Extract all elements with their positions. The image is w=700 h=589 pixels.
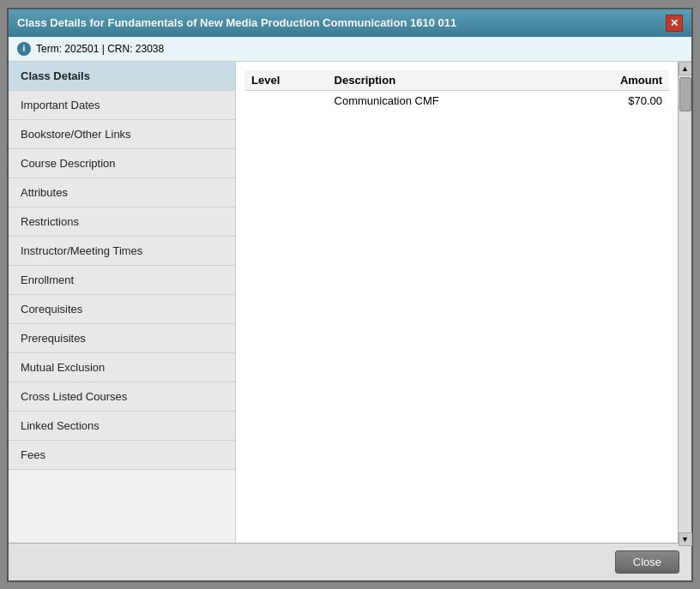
sidebar-item-course-description[interactable]: Course Description	[9, 149, 235, 178]
sidebar-item-linked-sections[interactable]: Linked Sections	[9, 412, 235, 441]
sidebar-item-important-dates[interactable]: Important Dates	[9, 91, 235, 120]
scroll-thumb[interactable]	[679, 77, 691, 111]
scrollbar[interactable]: ▲ ▼	[678, 62, 691, 543]
sidebar-item-bookstore-other-links[interactable]: Bookstore/Other Links	[9, 120, 235, 149]
footer-bar: Close	[9, 543, 691, 580]
sidebar-item-prerequisites[interactable]: Prerequisites	[9, 324, 235, 353]
modal-window: Class Details for Fundamentals of New Me…	[7, 8, 693, 582]
modal-title: Class Details for Fundamentals of New Me…	[17, 16, 666, 29]
sidebar-item-fees[interactable]: Fees	[9, 441, 235, 470]
info-text: Term: 202501 | CRN: 23038	[36, 43, 164, 55]
sidebar-item-cross-listed-courses[interactable]: Cross Listed Courses	[9, 382, 235, 412]
description-cell: Communication CMF	[328, 90, 560, 111]
close-button[interactable]: Close	[615, 550, 679, 574]
sidebar: Class DetailsImportant DatesBookstore/Ot…	[9, 62, 236, 543]
sidebar-item-attributes[interactable]: Attributes	[9, 178, 235, 207]
description-header: Description	[328, 70, 560, 91]
level-header: Level	[244, 70, 328, 91]
sidebar-item-enrollment[interactable]: Enrollment	[9, 266, 235, 295]
title-bar: Class Details for Fundamentals of New Me…	[9, 9, 691, 37]
amount-cell: $70.00	[559, 90, 669, 111]
main-content: Class DetailsImportant DatesBookstore/Ot…	[9, 62, 691, 543]
sidebar-item-class-details[interactable]: Class Details	[9, 62, 235, 91]
info-bar: i Term: 202501 | CRN: 23038	[9, 37, 691, 62]
sidebar-item-instructor-meeting-times[interactable]: Instructor/Meeting Times	[9, 237, 235, 266]
level-cell	[244, 90, 328, 111]
table-row: Communication CMF$70.00	[244, 90, 669, 111]
content-area: Level Description Amount Communication C…	[236, 62, 678, 543]
scroll-down-arrow[interactable]: ▼	[679, 532, 692, 543]
sidebar-item-restrictions[interactable]: Restrictions	[9, 207, 235, 237]
sidebar-item-mutual-exclusion[interactable]: Mutual Exclusion	[9, 353, 235, 382]
fees-table: Level Description Amount Communication C…	[244, 70, 669, 111]
title-close-button[interactable]: ✕	[666, 15, 683, 32]
sidebar-item-corequisites[interactable]: Corequisites	[9, 295, 235, 324]
info-icon: i	[17, 42, 31, 56]
amount-header: Amount	[559, 70, 669, 91]
scroll-up-arrow[interactable]: ▲	[679, 62, 692, 75]
